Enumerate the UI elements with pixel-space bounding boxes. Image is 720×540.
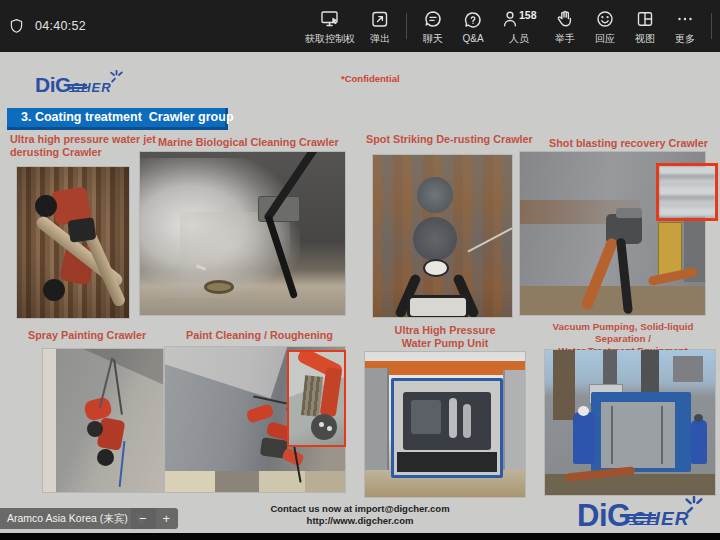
product-label: Ultra high pressure water jet derusting …: [10, 133, 156, 159]
light-streak-shape: [165, 347, 292, 398]
hull-stripe-shape: [43, 349, 56, 492]
inset-texture-shape: [659, 166, 715, 218]
digcher-logo-top: DiG CHER: [35, 70, 123, 95]
worker-helmet-shape: [694, 414, 703, 422]
toolbar-get-control[interactable]: 获取控制权: [300, 0, 360, 52]
meeting-window: 04:40:52 获取控制权: [0, 0, 720, 540]
toolbar-label: 聊天: [423, 32, 443, 46]
inset-wheel-shape: [311, 414, 337, 440]
toolbar-label: 获取控制权: [305, 32, 355, 46]
panel-shape: [365, 368, 389, 470]
toolbar-view[interactable]: 视图: [625, 0, 665, 52]
worker-helmet-shape: [578, 406, 589, 416]
qa-bubble-icon: [463, 8, 483, 30]
participant-count: 158: [519, 9, 537, 21]
meeting-timer: 04:40:52: [35, 19, 86, 33]
peeling-paint-shape: [165, 471, 345, 492]
ground-shape: [520, 286, 705, 315]
debris-shape: [204, 280, 234, 294]
product-label: Ultra High Pressure Water Pump Unit: [365, 324, 525, 350]
door-line-shape: [611, 406, 613, 464]
pump-base-shape: [397, 452, 497, 472]
toolbar-label: 回应: [595, 32, 615, 46]
photo-water-jet-crawler: [17, 167, 129, 318]
shield-icon: [8, 17, 25, 35]
pipe-shape: [449, 398, 457, 438]
toolbar-left: 04:40:52: [0, 17, 86, 35]
cleaned-spot-shape: [413, 217, 457, 261]
popout-icon: [370, 7, 390, 29]
logo-spark-icon: [110, 70, 123, 83]
digcher-logo-bottom: DiG CHER: [577, 496, 703, 530]
product-label-line: Vacuum Pumping, Solid-liquid Separation …: [527, 321, 719, 345]
crawler-wheel-shape: [97, 449, 114, 466]
crawler-wheel-shape: [87, 421, 103, 437]
toolbar-divider: [711, 13, 712, 39]
toolbar-raise-hand[interactable]: 举手: [545, 0, 585, 52]
shared-slide: DiG CHER *Confidential 3. Coating treatm…: [0, 52, 720, 533]
toolbar-popout[interactable]: 弹出: [360, 0, 400, 52]
panel-shape: [503, 370, 525, 470]
toolbar-chat[interactable]: 聊天: [413, 0, 453, 52]
product-label-line: derusting Crawler: [10, 146, 156, 159]
meeting-toolbar: 04:40:52 获取控制权: [0, 0, 720, 52]
zoom-out-button[interactable]: −: [139, 509, 147, 528]
toolbar-label: 人员: [509, 32, 529, 46]
product-label: Marine Biological Cleaning Crawler: [158, 136, 339, 149]
crawler-wheel-shape: [43, 279, 65, 301]
toolbar-divider: [406, 13, 407, 39]
product-label: Paint Cleaning / Roughening: [186, 329, 333, 342]
product-label-line: Ultra high pressure water jet: [10, 133, 156, 146]
product-label: Shot blasting recovery Crawler: [549, 137, 708, 150]
hand-icon: [555, 7, 575, 29]
blasting-head-shape: [616, 208, 642, 218]
presenter-name: Aramco Asia Korea (来宾): [7, 512, 128, 526]
product-label: Spot Striking De-rusting Crawler: [366, 133, 533, 146]
person-icon: [501, 7, 521, 29]
logo-spark-icon: [685, 496, 703, 514]
worker-shape: [573, 412, 595, 464]
toolbar-qa[interactable]: Q&A: [453, 0, 493, 52]
cleaned-spot-shape: [417, 177, 453, 213]
highlight-inset-paint-cleaning: [287, 350, 346, 447]
crane-beam-shape: [365, 361, 525, 375]
product-label-line: Water Pump Unit: [365, 337, 525, 350]
zoom-in-button[interactable]: +: [162, 509, 170, 528]
pipe-shape: [463, 404, 471, 438]
toolbar-more[interactable]: 更多: [665, 0, 705, 52]
confidential-marker: *Confidential: [341, 73, 400, 84]
product-label: Spray Painting Crawler: [28, 329, 146, 342]
contact-block: Contact us now at import@digcher.com htt…: [195, 503, 525, 527]
photo-vacuum-treatment-unit: [545, 350, 715, 495]
ellipsis-icon: [675, 7, 695, 29]
door-line-shape: [661, 406, 663, 464]
toolbar-right: 获取控制权 弹出 聊天: [300, 0, 720, 52]
monitor-cursor-icon: [319, 7, 341, 29]
crawler-motor-shape: [68, 217, 97, 242]
logo-text-cher: CHER: [632, 508, 690, 530]
logo-text-dig: DiG: [35, 75, 71, 95]
inset-wheel-dot: [319, 422, 324, 427]
engine-shape: [411, 400, 441, 434]
toolbar-label: Q&A: [462, 33, 483, 44]
contact-url: http://www.digcher.com: [195, 515, 525, 527]
logo-text-dig: DiG: [577, 501, 631, 530]
deck-structure-shape: [553, 350, 575, 420]
photo-spot-derusting-crawler: [373, 155, 512, 317]
toolbar-react[interactable]: 回应: [585, 0, 625, 52]
photo-water-pump-unit: [365, 352, 525, 497]
photo-marine-cleaning-crawler: [140, 152, 345, 315]
layout-icon: [635, 7, 655, 29]
crawler-base-shape: [407, 295, 469, 317]
cable-shape: [113, 359, 123, 415]
photo-spray-painting-crawler: [43, 349, 163, 492]
zoom-control: − +: [131, 508, 178, 529]
toolbar-label: 举手: [555, 32, 575, 46]
product-label-line: Ultra High Pressure: [365, 324, 525, 337]
toolbar-participants[interactable]: 158 人员: [493, 0, 545, 52]
crawler-wheel-shape: [35, 195, 57, 217]
smiley-icon: [595, 7, 615, 29]
worker-shape: [691, 420, 707, 464]
deck-structure-shape: [673, 356, 703, 382]
section-title-banner: 3. Coating treatment Crawler group: [7, 108, 228, 130]
